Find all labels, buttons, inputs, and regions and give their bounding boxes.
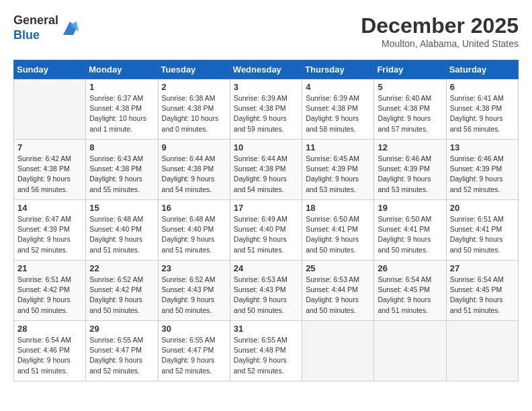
calendar-cell: 17Sunrise: 6:49 AMSunset: 4:40 PMDayligh… [230,200,302,261]
calendar-week-3: 14Sunrise: 6:47 AMSunset: 4:39 PMDayligh… [14,200,519,261]
calendar-header-row: SundayMondayTuesdayWednesdayThursdayFrid… [14,60,519,79]
day-number: 15 [89,203,154,213]
calendar-cell: 1Sunrise: 6:37 AMSunset: 4:38 PMDaylight… [86,79,158,140]
day-header-tuesday: Tuesday [158,60,230,79]
day-number: 4 [306,82,370,92]
cell-content: Sunrise: 6:46 AMSunset: 4:39 PMDaylight:… [378,154,442,195]
page-header: General Blue December 2025 Moulton, Alab… [13,13,519,49]
cell-content: Sunrise: 6:40 AMSunset: 4:38 PMDaylight:… [378,93,442,134]
calendar-cell: 30Sunrise: 6:55 AMSunset: 4:47 PMDayligh… [158,321,230,381]
cell-content: Sunrise: 6:48 AMSunset: 4:40 PMDaylight:… [162,214,226,255]
calendar-table: SundayMondayTuesdayWednesdayThursdayFrid… [13,60,519,381]
cell-content: Sunrise: 6:53 AMSunset: 4:44 PMDaylight:… [306,275,370,316]
calendar-week-1: 1Sunrise: 6:37 AMSunset: 4:38 PMDaylight… [14,79,519,140]
cell-content: Sunrise: 6:50 AMSunset: 4:41 PMDaylight:… [306,214,370,255]
calendar-cell [14,79,86,140]
cell-content: Sunrise: 6:49 AMSunset: 4:40 PMDaylight:… [234,214,298,255]
logo-general: General [13,13,58,27]
calendar-cell: 13Sunrise: 6:46 AMSunset: 4:39 PMDayligh… [446,140,518,200]
day-header-monday: Monday [86,60,158,79]
day-number: 23 [162,263,226,273]
logo-blue: Blue [13,28,40,42]
day-number: 13 [450,142,515,152]
day-number: 20 [450,203,515,213]
calendar-cell: 3Sunrise: 6:39 AMSunset: 4:38 PMDaylight… [230,79,302,140]
calendar-cell: 10Sunrise: 6:44 AMSunset: 4:38 PMDayligh… [230,140,302,200]
calendar-cell: 11Sunrise: 6:45 AMSunset: 4:39 PMDayligh… [302,140,374,200]
calendar-cell: 14Sunrise: 6:47 AMSunset: 4:39 PMDayligh… [14,200,86,261]
day-number: 12 [378,142,442,152]
day-number: 21 [17,263,82,273]
cell-content: Sunrise: 6:53 AMSunset: 4:43 PMDaylight:… [234,275,298,316]
calendar-week-2: 7Sunrise: 6:42 AMSunset: 4:38 PMDaylight… [14,140,519,200]
cell-content: Sunrise: 6:44 AMSunset: 4:38 PMDaylight:… [162,154,226,195]
calendar-cell: 23Sunrise: 6:52 AMSunset: 4:43 PMDayligh… [158,261,230,321]
day-number: 11 [306,142,370,152]
day-number: 1 [89,82,154,92]
day-number: 8 [89,142,154,152]
calendar-cell [446,321,518,381]
calendar-cell: 20Sunrise: 6:51 AMSunset: 4:41 PMDayligh… [446,200,518,261]
month-title: December 2025 [361,13,519,38]
cell-content: Sunrise: 6:55 AMSunset: 4:47 PMDaylight:… [162,335,226,376]
location: Moulton, Alabama, United States [361,38,519,49]
day-number: 19 [378,203,442,213]
cell-content: Sunrise: 6:39 AMSunset: 4:38 PMDaylight:… [234,93,298,134]
day-header-friday: Friday [374,60,446,79]
cell-content: Sunrise: 6:39 AMSunset: 4:38 PMDaylight:… [306,93,370,134]
day-number: 25 [306,263,370,273]
cell-content: Sunrise: 6:46 AMSunset: 4:39 PMDaylight:… [450,154,515,195]
logo: General Blue [13,13,80,42]
day-number: 3 [234,82,298,92]
day-number: 5 [378,82,442,92]
cell-content: Sunrise: 6:52 AMSunset: 4:43 PMDaylight:… [162,275,226,316]
calendar-cell: 24Sunrise: 6:53 AMSunset: 4:43 PMDayligh… [230,261,302,321]
cell-content: Sunrise: 6:54 AMSunset: 4:46 PMDaylight:… [17,335,82,376]
calendar-cell: 25Sunrise: 6:53 AMSunset: 4:44 PMDayligh… [302,261,374,321]
day-number: 24 [234,263,298,273]
day-number: 9 [162,142,226,152]
cell-content: Sunrise: 6:54 AMSunset: 4:45 PMDaylight:… [450,275,515,316]
day-number: 2 [162,82,226,92]
day-number: 28 [17,324,82,334]
calendar-cell: 19Sunrise: 6:50 AMSunset: 4:41 PMDayligh… [374,200,446,261]
calendar-cell: 16Sunrise: 6:48 AMSunset: 4:40 PMDayligh… [158,200,230,261]
cell-content: Sunrise: 6:47 AMSunset: 4:39 PMDaylight:… [17,214,82,255]
cell-content: Sunrise: 6:43 AMSunset: 4:38 PMDaylight:… [89,154,154,195]
calendar-cell: 26Sunrise: 6:54 AMSunset: 4:45 PMDayligh… [374,261,446,321]
calendar-cell: 2Sunrise: 6:38 AMSunset: 4:38 PMDaylight… [158,79,230,140]
calendar-cell: 18Sunrise: 6:50 AMSunset: 4:41 PMDayligh… [302,200,374,261]
calendar-cell [374,321,446,381]
day-number: 22 [89,263,154,273]
day-number: 29 [89,324,154,334]
calendar-cell [302,321,374,381]
title-block: December 2025 Moulton, Alabama, United S… [361,13,519,49]
cell-content: Sunrise: 6:55 AMSunset: 4:48 PMDaylight:… [234,335,298,376]
cell-content: Sunrise: 6:51 AMSunset: 4:41 PMDaylight:… [450,214,515,255]
cell-content: Sunrise: 6:37 AMSunset: 4:38 PMDaylight:… [89,93,154,134]
cell-content: Sunrise: 6:51 AMSunset: 4:42 PMDaylight:… [17,275,82,316]
calendar-cell: 8Sunrise: 6:43 AMSunset: 4:38 PMDaylight… [86,140,158,200]
calendar-week-4: 21Sunrise: 6:51 AMSunset: 4:42 PMDayligh… [14,261,519,321]
calendar-cell: 22Sunrise: 6:52 AMSunset: 4:42 PMDayligh… [86,261,158,321]
calendar-cell: 5Sunrise: 6:40 AMSunset: 4:38 PMDaylight… [374,79,446,140]
calendar-cell: 31Sunrise: 6:55 AMSunset: 4:48 PMDayligh… [230,321,302,381]
cell-content: Sunrise: 6:41 AMSunset: 4:38 PMDaylight:… [450,93,515,134]
day-number: 26 [378,263,442,273]
cell-content: Sunrise: 6:55 AMSunset: 4:47 PMDaylight:… [89,335,154,376]
day-number: 27 [450,263,515,273]
logo-icon [60,18,80,38]
cell-content: Sunrise: 6:42 AMSunset: 4:38 PMDaylight:… [17,154,82,195]
cell-content: Sunrise: 6:44 AMSunset: 4:38 PMDaylight:… [234,154,298,195]
day-number: 31 [234,324,298,334]
day-number: 10 [234,142,298,152]
calendar-cell: 21Sunrise: 6:51 AMSunset: 4:42 PMDayligh… [14,261,86,321]
day-number: 30 [162,324,226,334]
day-number: 7 [17,142,82,152]
day-number: 18 [306,203,370,213]
calendar-cell: 6Sunrise: 6:41 AMSunset: 4:38 PMDaylight… [446,79,518,140]
calendar-week-5: 28Sunrise: 6:54 AMSunset: 4:46 PMDayligh… [14,321,519,381]
cell-content: Sunrise: 6:38 AMSunset: 4:38 PMDaylight:… [162,93,226,134]
day-header-wednesday: Wednesday [230,60,302,79]
cell-content: Sunrise: 6:48 AMSunset: 4:40 PMDaylight:… [89,214,154,255]
